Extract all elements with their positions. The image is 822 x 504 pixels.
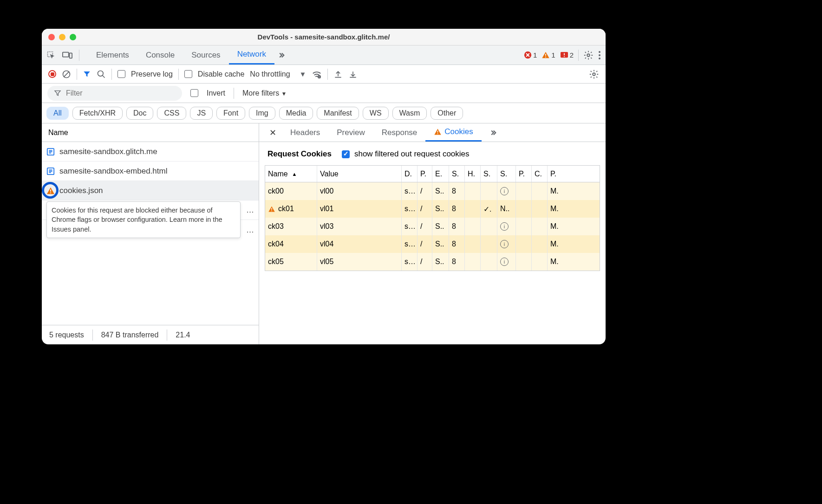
tab-console[interactable]: Console bbox=[137, 45, 183, 65]
issues-count[interactable]: 2 bbox=[560, 51, 574, 59]
upload-icon[interactable] bbox=[333, 70, 343, 79]
chip-wasm[interactable]: Wasm bbox=[392, 107, 427, 120]
devtools-window: DevTools - samesite-sandbox.glitch.me/ E… bbox=[42, 29, 606, 344]
name-column-header[interactable]: Name bbox=[42, 123, 259, 142]
cookie-row[interactable]: ck03vl03s…/S..8iM. bbox=[265, 218, 600, 235]
cookie-cell: / bbox=[418, 200, 432, 218]
chip-all[interactable]: All bbox=[46, 107, 69, 120]
filter-input[interactable] bbox=[66, 89, 176, 97]
chip-media[interactable]: Media bbox=[279, 107, 313, 120]
download-icon[interactable] bbox=[348, 70, 358, 79]
detail-pane: ✕ Headers Preview Response Cookies Reque… bbox=[259, 123, 606, 344]
truncation-indicator: … bbox=[246, 206, 254, 215]
filter-icon bbox=[54, 90, 61, 97]
col-domain[interactable]: D. bbox=[402, 166, 418, 182]
filter-field[interactable] bbox=[47, 86, 182, 101]
cookie-cell bbox=[532, 182, 548, 200]
cookie-cell: vl03 bbox=[317, 218, 402, 235]
invert-checkbox[interactable] bbox=[190, 89, 198, 97]
request-list-pane: Name samesite-sandbox.glitch.me samesite… bbox=[42, 123, 259, 344]
svg-line-14 bbox=[64, 71, 69, 77]
more-filters-button[interactable]: More filters ▼ bbox=[242, 89, 287, 97]
divider bbox=[178, 69, 179, 80]
svg-rect-8 bbox=[564, 56, 565, 57]
chevron-down-icon[interactable]: ▼ bbox=[300, 70, 307, 78]
device-toolbar-icon[interactable] bbox=[62, 51, 72, 60]
chip-fetchxhr[interactable]: Fetch/XHR bbox=[72, 107, 123, 120]
col-size[interactable]: S. bbox=[449, 166, 465, 182]
settings-icon[interactable] bbox=[583, 50, 594, 60]
minimize-window-button[interactable] bbox=[59, 34, 65, 40]
tab-cookies[interactable]: Cookies bbox=[425, 123, 481, 142]
show-filtered-checkbox[interactable] bbox=[342, 150, 350, 158]
request-row[interactable]: cookies.json bbox=[42, 181, 259, 200]
col-partition[interactable]: P. bbox=[516, 166, 532, 182]
request-row[interactable]: samesite-sandbox.glitch.me bbox=[42, 142, 259, 162]
document-icon bbox=[46, 167, 55, 175]
col-samesite[interactable]: S. bbox=[497, 166, 516, 182]
tab-network[interactable]: Network bbox=[229, 45, 274, 65]
cookie-cell: M. bbox=[548, 182, 566, 200]
divider bbox=[79, 50, 79, 61]
chip-ws[interactable]: WS bbox=[363, 107, 389, 120]
svg-rect-30 bbox=[437, 133, 438, 134]
inspect-element-icon[interactable] bbox=[46, 51, 56, 60]
clear-button[interactable] bbox=[62, 70, 71, 79]
more-options-icon[interactable] bbox=[598, 51, 601, 60]
chip-manifest[interactable]: Manifest bbox=[317, 107, 359, 120]
col-name[interactable]: Name ▲ bbox=[265, 166, 317, 182]
request-name: cookies.json bbox=[59, 186, 103, 195]
chip-other[interactable]: Other bbox=[431, 107, 463, 120]
error-count[interactable]: 1 bbox=[524, 51, 537, 59]
chip-css[interactable]: CSS bbox=[157, 107, 186, 120]
close-window-button[interactable] bbox=[48, 34, 55, 40]
col-secure[interactable]: S. bbox=[481, 166, 497, 182]
filter-toggle-icon[interactable] bbox=[83, 70, 91, 78]
cookie-cell: / bbox=[418, 235, 432, 253]
cookie-cell bbox=[532, 200, 548, 218]
tab-headers[interactable]: Headers bbox=[282, 123, 328, 142]
cookie-cell: s… bbox=[402, 253, 418, 271]
svg-rect-29 bbox=[437, 131, 438, 133]
col-value[interactable]: Value bbox=[317, 166, 402, 182]
more-detail-tabs-button[interactable] bbox=[486, 129, 500, 137]
col-priority[interactable]: P. bbox=[548, 166, 566, 182]
request-row[interactable]: samesite-sandbox-embed.html bbox=[42, 162, 259, 181]
warning-count[interactable]: 1 bbox=[541, 51, 555, 59]
throttling-select[interactable]: No throttling bbox=[250, 70, 290, 78]
network-settings-icon[interactable] bbox=[589, 69, 599, 79]
chip-js[interactable]: JS bbox=[190, 107, 213, 120]
network-conditions-icon[interactable] bbox=[312, 70, 322, 79]
search-icon[interactable] bbox=[97, 70, 106, 79]
chip-doc[interactable]: Doc bbox=[126, 107, 153, 120]
record-button[interactable] bbox=[48, 70, 56, 78]
cookie-table: Name ▲ Value D. P. E. S. H. S. S. P. C. … bbox=[265, 165, 600, 271]
cookie-cell bbox=[532, 218, 548, 235]
maximize-window-button[interactable] bbox=[70, 34, 76, 40]
tab-sources[interactable]: Sources bbox=[183, 45, 228, 65]
tab-response[interactable]: Response bbox=[373, 123, 426, 142]
preserve-log-checkbox[interactable] bbox=[117, 70, 125, 78]
tab-preview[interactable]: Preview bbox=[328, 123, 373, 142]
chip-font[interactable]: Font bbox=[216, 107, 245, 120]
tab-elements[interactable]: Elements bbox=[88, 45, 137, 65]
col-httponly[interactable]: H. bbox=[465, 166, 481, 182]
disable-cache-checkbox[interactable] bbox=[184, 70, 192, 78]
cookie-row[interactable]: ck05vl05s…/S..8iM. bbox=[265, 253, 600, 271]
col-crosssite[interactable]: C. bbox=[532, 166, 548, 182]
cookie-row[interactable]: ck04vl04s…/S..8iM. bbox=[265, 235, 600, 253]
cookie-cell: i bbox=[497, 235, 516, 253]
request-name: samesite-sandbox-embed.html bbox=[59, 167, 167, 176]
col-expires[interactable]: E. bbox=[432, 166, 449, 182]
cookie-cell: / bbox=[418, 253, 432, 271]
chip-img[interactable]: Img bbox=[249, 107, 275, 120]
cookie-cell bbox=[465, 253, 481, 271]
cookie-cell bbox=[516, 200, 532, 218]
cookie-row[interactable]: ck01vl01s…/S..8✓.N..M. bbox=[265, 200, 600, 218]
transferred-size: 847 B transferred bbox=[101, 331, 159, 339]
cookie-cell: N.. bbox=[497, 200, 516, 218]
col-path[interactable]: P. bbox=[418, 166, 432, 182]
more-tabs-button[interactable] bbox=[274, 45, 288, 65]
cookie-row[interactable]: ck00vl00s…/S..8iM. bbox=[265, 182, 600, 200]
close-detail-button[interactable]: ✕ bbox=[264, 128, 282, 138]
